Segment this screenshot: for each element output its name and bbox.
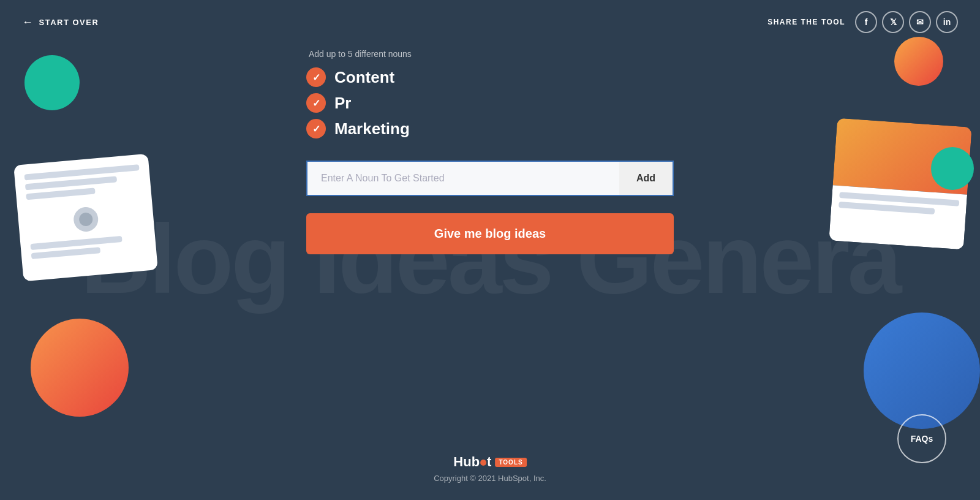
avatar-icon [78, 212, 93, 227]
give-ideas-button[interactable]: Give me blog ideas [306, 213, 674, 254]
share-label: SHARE THE TOOL [767, 18, 845, 26]
card-line [24, 164, 139, 180]
card-line [839, 202, 935, 214]
start-over-label: START OVER [39, 18, 99, 27]
noun-item-marketing: Marketing [306, 119, 674, 138]
facebook-icon[interactable]: f [855, 11, 877, 33]
teal-circle-right [931, 147, 974, 190]
social-icons-group: f 𝕏 ✉ in [855, 11, 958, 33]
card-line [26, 188, 95, 200]
card-right-bg [833, 118, 972, 195]
copyright-text: Copyright © 2021 HubSpot, Inc. [434, 474, 546, 483]
start-over-button[interactable]: ← START OVER [22, 17, 99, 28]
add-button[interactable]: Add [619, 161, 674, 196]
orange-circle-left [31, 319, 129, 417]
back-arrow-icon: ← [22, 17, 34, 28]
card-avatar [73, 206, 99, 232]
red-circle-left [74, 184, 135, 245]
blue-circle-right [864, 312, 980, 429]
main-content: Add up to 5 different nouns Content Pr M… [306, 49, 674, 254]
noun-item-content: Content [306, 67, 674, 87]
card-left [13, 154, 158, 281]
add-instruction: Add up to 5 different nouns [306, 49, 412, 59]
noun-text-content: Content [334, 68, 394, 87]
twitter-icon[interactable]: 𝕏 [882, 11, 904, 33]
card-right [829, 118, 971, 250]
noun-check-pr [306, 93, 326, 113]
hubspot-logo: Hubt TOOLS [453, 454, 526, 470]
card-line [30, 236, 123, 250]
card-line [25, 176, 118, 190]
card-right-white [829, 185, 967, 249]
noun-check-content [306, 67, 326, 87]
noun-input-area: Add [306, 161, 674, 196]
left-decorations [0, 49, 196, 429]
noun-text-pr: Pr [334, 94, 351, 113]
email-icon[interactable]: ✉ [909, 11, 931, 33]
orange-grad-circle-right [894, 37, 943, 86]
faqs-label: FAQs [911, 434, 933, 444]
top-nav: ← START OVER SHARE THE TOOL f 𝕏 ✉ in [0, 0, 980, 44]
footer: Hubt TOOLS Copyright © 2021 HubSpot, Inc… [434, 454, 546, 483]
hubspot-spot [480, 460, 486, 466]
card-line [839, 192, 959, 206]
noun-check-marketing [306, 119, 326, 138]
card-line [31, 247, 100, 259]
tools-badge: TOOLS [495, 458, 526, 467]
share-section: SHARE THE TOOL f 𝕏 ✉ in [767, 11, 958, 33]
noun-text-marketing: Marketing [334, 119, 410, 138]
right-decorations [772, 37, 980, 441]
noun-input[interactable] [306, 161, 619, 196]
faqs-button[interactable]: FAQs [897, 414, 946, 463]
linkedin-icon[interactable]: in [936, 11, 958, 33]
hubspot-wordmark: Hubt [453, 454, 491, 470]
nouns-list: Content Pr Marketing [306, 67, 674, 138]
teal-circle-left [24, 55, 80, 110]
noun-item-pr: Pr [306, 93, 674, 113]
